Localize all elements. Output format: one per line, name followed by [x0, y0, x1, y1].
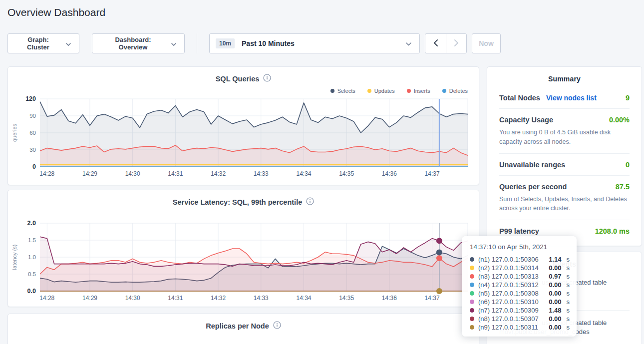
summary-row: Total NodesView nodes list9: [499, 87, 630, 109]
tooltip-node-row: (n6) 127.0.0.1:503100.00s: [470, 298, 570, 306]
node-latency-value: 1.48: [549, 306, 561, 315]
node-latency-value: 0.97: [549, 272, 561, 281]
svg-text:14:31: 14:31: [168, 295, 183, 302]
latency-unit: s: [567, 281, 570, 289]
legend-dot: [442, 89, 446, 93]
node-address: (n6) 127.0.0.1:50310: [478, 298, 545, 306]
dashboard-dropdown[interactable]: Dashboard: Overview: [92, 33, 185, 53]
svg-text:latency (s): latency (s): [11, 245, 17, 270]
chevron-down-icon: [66, 40, 71, 47]
tooltip-node-row: (n2) 127.0.0.1:503140.00s: [470, 264, 570, 272]
summary-value: 87.5: [616, 183, 630, 191]
legend-item-inserts: Inserts: [407, 88, 430, 94]
overview-dashboard-page: Overview Dashboard Graph: Cluster Dashbo…: [0, 0, 644, 344]
node-color-dot: [470, 283, 474, 287]
tooltip-node-row: (n8) 127.0.0.1:503070.00s: [470, 315, 570, 323]
latency-unit: s: [567, 323, 570, 332]
svg-text:14:36: 14:36: [382, 295, 397, 302]
node-latency-value: 0.00: [549, 323, 561, 332]
summary-row: Unavailable ranges0: [499, 154, 630, 176]
node-latency-value: 0.00: [549, 289, 561, 298]
svg-text:14:36: 14:36: [382, 170, 397, 177]
view-nodes-link[interactable]: View nodes list: [546, 94, 597, 102]
summary-row: Capacity Usage0.00%You are using 0 B of …: [499, 109, 630, 154]
latency-unit: s: [567, 315, 570, 323]
node-color-dot: [470, 325, 474, 330]
node-color-dot: [470, 308, 474, 313]
node-address: (n5) 127.0.0.1:50308: [478, 289, 545, 298]
summary-value: 1208.0 ms: [595, 227, 630, 235]
svg-text:14:29: 14:29: [82, 170, 97, 177]
tooltip-node-row: (n5) 127.0.0.1:503080.00s: [470, 289, 570, 298]
node-latency-value: 0.00: [549, 298, 561, 306]
info-icon[interactable]: [263, 74, 271, 84]
legend-label: Deletes: [449, 88, 468, 94]
legend-dot: [330, 89, 334, 93]
svg-text:queries: queries: [11, 123, 17, 142]
summary-description: Sum of Selects, Updates, Inserts, and De…: [499, 195, 630, 214]
tooltip-node-row: (n9) 127.0.0.1:503110.00s: [470, 323, 570, 332]
time-range-dropdown[interactable]: 10m Past 10 Minutes: [209, 33, 420, 53]
summary-description: You are using 0 B of 4.5 GiB usable disk…: [499, 128, 630, 147]
summary-panel: Summary Total NodesView nodes list9Capac…: [487, 66, 642, 246]
summary-label: Total Nodes: [499, 94, 540, 102]
node-latency-value: 0.00: [549, 315, 561, 323]
info-icon[interactable]: [306, 197, 314, 207]
node-color-dot: [470, 300, 474, 304]
node-color-dot: [470, 257, 474, 262]
svg-text:14:32: 14:32: [211, 170, 226, 177]
latency-unit: s: [567, 272, 570, 281]
legend-item-updates: Updates: [367, 88, 395, 94]
node-address: (n9) 127.0.0.1:50311: [478, 323, 545, 332]
node-color-dot: [470, 266, 474, 270]
node-color-dot: [470, 274, 474, 279]
svg-text:14:37: 14:37: [425, 295, 440, 302]
svg-text:30: 30: [29, 147, 36, 153]
node-address: (n7) 127.0.0.1:50309: [478, 306, 545, 315]
sql-queries-chart-title: SQL Queries: [216, 75, 260, 83]
node-latency-value: 1.14: [549, 255, 561, 264]
svg-text:120: 120: [25, 95, 36, 102]
summary-label: Queries per second: [499, 183, 567, 191]
service-latency-plot[interactable]: 14:2814:2914:3014:3114:3214:3314:3414:35…: [8, 218, 479, 306]
toolbar-divider: [197, 33, 197, 53]
sql-queries-legend: SelectsUpdatesInsertsDeletes: [330, 88, 468, 94]
svg-text:14:33: 14:33: [254, 170, 269, 177]
latency-unit: s: [567, 306, 570, 315]
graph-dropdown[interactable]: Graph: Cluster: [7, 33, 79, 53]
chevron-left-icon: [433, 39, 438, 48]
svg-text:14:30: 14:30: [125, 170, 140, 177]
node-color-dot: [470, 317, 474, 321]
time-step-group: [425, 33, 467, 53]
sql-queries-plot[interactable]: 14:2814:2914:3014:3114:3214:3314:3414:35…: [8, 94, 479, 182]
time-prev-button[interactable]: [425, 34, 446, 53]
legend-label: Updates: [374, 88, 395, 94]
time-next-button[interactable]: [446, 34, 466, 53]
tooltip-timestamp: 14:37:10 on Apr 5th, 2021: [470, 242, 570, 252]
svg-text:60: 60: [29, 130, 36, 136]
dashboard-dropdown-label: Dashboard: Overview: [100, 36, 166, 51]
svg-text:14:33: 14:33: [254, 295, 269, 302]
latency-unit: s: [567, 264, 570, 272]
svg-text:1.5: 1.5: [28, 237, 36, 243]
info-icon[interactable]: [273, 321, 281, 331]
latency-unit: s: [567, 298, 570, 306]
summary-value: 0: [626, 161, 630, 169]
node-address: (n4) 127.0.0.1:50312: [478, 281, 545, 289]
time-range-badge: 10m: [216, 38, 235, 48]
svg-text:14:28: 14:28: [39, 170, 54, 177]
svg-text:0.0: 0.0: [27, 288, 36, 295]
svg-text:90: 90: [29, 113, 36, 119]
legend-label: Selects: [337, 88, 355, 94]
svg-text:14:35: 14:35: [339, 295, 354, 302]
latency-unit: s: [567, 289, 570, 298]
chevron-right-icon: [454, 39, 459, 48]
svg-text:14:30: 14:30: [125, 295, 140, 302]
sql-queries-card: SQL Queries SelectsUpdatesInsertsDeletes…: [7, 66, 479, 185]
now-button[interactable]: Now: [472, 33, 501, 53]
summary-label: Unavailable ranges: [499, 161, 565, 169]
replicas-per-node-chart-title: Replicas per Node: [206, 322, 269, 330]
svg-text:14:31: 14:31: [168, 170, 183, 177]
node-address: (n8) 127.0.0.1:50307: [478, 315, 545, 323]
svg-text:0: 0: [32, 163, 36, 170]
